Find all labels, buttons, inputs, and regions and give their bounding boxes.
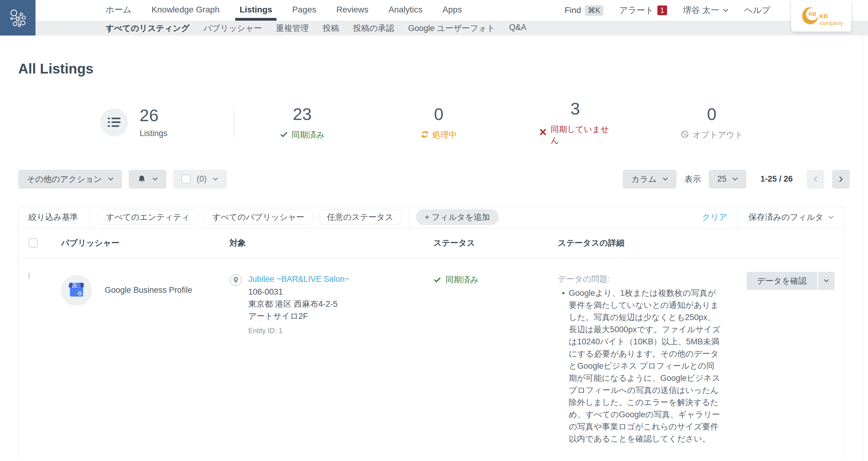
detail-item: • Googleより、1枚または複数枚の写真が要件を満たしていないとの通知があり… bbox=[558, 287, 722, 445]
subnav-item-qa[interactable]: Q&A bbox=[509, 23, 527, 34]
select-all-checkbox[interactable] bbox=[182, 175, 191, 184]
sub-nav-bar: すべてのリスティング パブリッシャー 重複管理 投稿 投稿の承認 Google … bbox=[0, 21, 868, 35]
bell-icon bbox=[137, 175, 146, 184]
chevron-down-icon bbox=[824, 279, 829, 282]
status-label: 同期済み bbox=[445, 274, 478, 285]
chevron-down-icon bbox=[213, 177, 218, 181]
molecule-logo-icon bbox=[8, 8, 28, 28]
next-page-button[interactable] bbox=[832, 170, 850, 189]
list-icon bbox=[100, 108, 128, 136]
filter-pill-entities[interactable]: すべてのエンティティ bbox=[97, 209, 198, 225]
table-header: パブリッシャー 対象 ステータス ステータスの詳細 bbox=[19, 228, 844, 258]
account-logo-card[interactable]: KB KB company bbox=[791, 0, 851, 32]
nav-item-home[interactable]: ホーム bbox=[105, 0, 131, 21]
columns-label: カラム bbox=[631, 174, 656, 185]
entity-postal: 106-0031 bbox=[248, 287, 283, 296]
find-button[interactable]: Find ⌘K bbox=[564, 5, 603, 16]
notifications-button[interactable] bbox=[129, 170, 166, 189]
col-header-publisher: パブリッシャー bbox=[61, 228, 229, 258]
nav-utilities: Find ⌘K アラート 1 堺谷 太一 ヘルプ bbox=[564, 0, 770, 21]
scrollbar[interactable] bbox=[863, 35, 863, 461]
table-row: G Google Business Profile Jubilee ~BAR&L… bbox=[19, 258, 844, 459]
chevron-down-icon bbox=[828, 215, 834, 219]
columns-button[interactable]: カラム bbox=[623, 170, 677, 189]
entity-id: Entity ID: 1 bbox=[248, 325, 349, 337]
filter-pill-publishers[interactable]: すべてのパブリッシャー bbox=[204, 209, 313, 225]
entity-address: 東京都 港区 西麻布4-2-5 bbox=[248, 299, 338, 309]
stat-total: 26 Listings bbox=[100, 107, 234, 138]
synced-label: 同期済み bbox=[292, 129, 325, 140]
unsynced-label: 同期していません bbox=[551, 124, 611, 146]
chevron-down-icon bbox=[662, 177, 668, 181]
publisher-name: Google Business Profile bbox=[105, 285, 192, 295]
status-cell: 同期済み bbox=[433, 274, 558, 285]
help-link[interactable]: ヘルプ bbox=[744, 5, 770, 16]
stat-synced: 23 同期済み bbox=[234, 104, 371, 140]
clear-filters-link[interactable]: クリア bbox=[691, 212, 738, 223]
chevron-left-icon bbox=[813, 176, 818, 182]
selection-dropdown-button[interactable]: (0) bbox=[173, 170, 227, 189]
main-nav-bar: ホーム Knowledge Graph Listings Pages Revie… bbox=[0, 0, 868, 21]
check-icon bbox=[280, 130, 288, 139]
listings-stats: 26 Listings 23 同期済み 0 処理中 3 bbox=[100, 99, 780, 146]
google-business-profile-icon: G bbox=[61, 275, 92, 306]
subnav-item-post-approval[interactable]: 投稿の承認 bbox=[353, 23, 394, 34]
nav-item-knowledge-graph[interactable]: Knowledge Graph bbox=[151, 1, 219, 20]
review-data-dropdown[interactable] bbox=[818, 272, 835, 290]
total-listings-count: 26 bbox=[140, 107, 167, 124]
subnav-item-google-user-photos[interactable]: Google ユーザーフォト bbox=[408, 23, 495, 34]
nav-item-listings[interactable]: Listings bbox=[240, 1, 272, 20]
more-actions-label: その他のアクション bbox=[27, 174, 102, 185]
saved-filters-button[interactable]: 保存済みのフィルタ bbox=[738, 206, 844, 228]
filter-pill-status[interactable]: 任意のステータス bbox=[318, 209, 402, 225]
synced-count: 23 bbox=[234, 104, 371, 124]
optout-count: 0 bbox=[643, 104, 780, 124]
bullet: • bbox=[558, 287, 569, 445]
detail-text: Googleより、1枚または複数枚の写真が要件を満たしていないとの通知がありまし… bbox=[569, 287, 722, 445]
chevron-down-icon bbox=[108, 177, 114, 181]
nav-item-apps[interactable]: Apps bbox=[442, 1, 462, 20]
page-size-select[interactable]: 25 bbox=[709, 170, 746, 189]
user-menu[interactable]: 堺谷 太一 bbox=[683, 5, 728, 16]
review-data-button[interactable]: データを確認 bbox=[747, 272, 817, 290]
main-nav: ホーム Knowledge Graph Listings Pages Revie… bbox=[105, 0, 462, 21]
unsynced-count: 3 bbox=[507, 99, 644, 118]
nav-item-analytics[interactable]: Analytics bbox=[389, 1, 423, 20]
more-actions-button[interactable]: その他のアクション bbox=[18, 170, 122, 189]
user-name: 堺谷 太一 bbox=[683, 5, 719, 16]
detail-label: データの問題: bbox=[558, 273, 722, 285]
app-logo[interactable] bbox=[0, 0, 35, 35]
nav-item-pages[interactable]: Pages bbox=[292, 1, 316, 20]
chevron-down-icon bbox=[732, 177, 738, 181]
header-checkbox[interactable] bbox=[29, 238, 38, 248]
chevron-down-icon bbox=[723, 9, 728, 12]
x-icon bbox=[539, 128, 547, 136]
subnav-item-all-listings[interactable]: すべてのリスティング bbox=[105, 23, 189, 34]
alerts-label: アラート bbox=[619, 5, 654, 16]
help-label: ヘルプ bbox=[744, 5, 770, 16]
keyboard-shortcut-badge: ⌘K bbox=[585, 5, 603, 16]
processing-label: 処理中 bbox=[432, 129, 457, 140]
find-label: Find bbox=[564, 5, 581, 15]
subnav-item-posts[interactable]: 投稿 bbox=[322, 23, 339, 34]
total-listings-label: Listings bbox=[140, 129, 167, 138]
row-checkbox[interactable] bbox=[29, 272, 30, 279]
filter-bar: 絞り込み基準 すべてのエンティティ すべてのパブリッシャー 任意のステータス +… bbox=[19, 206, 844, 228]
selection-count: (0) bbox=[197, 174, 207, 184]
listings-panel: 絞り込み基準 すべてのエンティティ すべてのパブリッシャー 任意のステータス +… bbox=[18, 206, 844, 459]
action-cell: データを確認 bbox=[729, 272, 844, 290]
top-bar: ホーム Knowledge Graph Listings Pages Revie… bbox=[0, 0, 868, 35]
subnav-item-publishers[interactable]: パブリッシャー bbox=[203, 23, 262, 34]
sub-nav: すべてのリスティング パブリッシャー 重複管理 投稿 投稿の承認 Google … bbox=[105, 23, 527, 34]
subnav-item-duplicates[interactable]: 重複管理 bbox=[276, 23, 309, 34]
page-size-value: 25 bbox=[717, 174, 726, 184]
alerts-count-badge: 1 bbox=[657, 5, 667, 15]
add-filter-button[interactable]: + フィルタを追加 bbox=[416, 209, 499, 225]
alerts-button[interactable]: アラート 1 bbox=[619, 5, 667, 16]
nav-item-reviews[interactable]: Reviews bbox=[336, 1, 368, 20]
kb-company-name: KB company bbox=[819, 13, 851, 26]
entity-name-link[interactable]: Jubilee ~BAR&LIVE Salon~ bbox=[248, 273, 349, 285]
filter-label: 絞り込み基準 bbox=[19, 206, 90, 228]
prev-page-button[interactable] bbox=[807, 170, 824, 189]
refresh-icon bbox=[421, 130, 429, 139]
